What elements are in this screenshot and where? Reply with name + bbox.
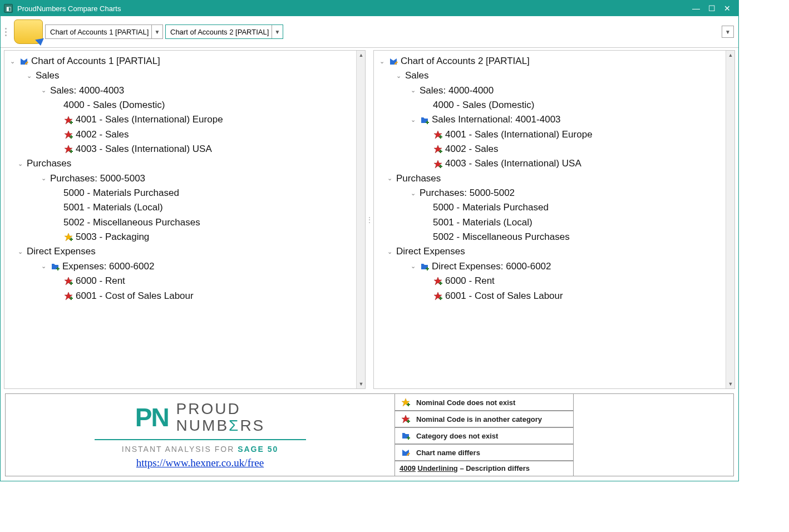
- scroll-down-icon[interactable]: ▼: [726, 380, 735, 388]
- right-tree[interactable]: ⌄Chart of Accounts 2 [PARTIAL] ⌄Sales ⌄S…: [374, 51, 734, 388]
- tree-item-label: 4002 - Sales: [445, 142, 498, 156]
- scrollbar[interactable]: ▲▼: [726, 51, 734, 388]
- app-icon: ◧: [4, 4, 13, 13]
- sigma-icon: Σ: [229, 417, 240, 434]
- expand-toggle[interactable]: ⌄: [16, 159, 24, 169]
- tree-category-label: Sales International: 4001-4003: [432, 112, 561, 127]
- tree-item-label: 6001 - Cost of Sales Labour: [445, 289, 563, 303]
- expand-toggle[interactable]: ⌄: [8, 57, 17, 66]
- chart2-combo[interactable]: Chart of Accounts 2 [PARTIAL] ▼: [165, 24, 283, 39]
- folder-plus-icon: [420, 115, 430, 125]
- expand-toggle[interactable]: ⌄: [385, 247, 394, 257]
- star-red-plus-icon: [433, 159, 443, 169]
- chart-pencil-icon: [400, 447, 412, 457]
- tree-category-label: Expenses: 6000-6002: [62, 259, 154, 274]
- tree-category-label: Direct Expenses: 6000-6002: [432, 259, 551, 274]
- brand-tagline: INSTANT ANALYSIS FOR SAGE 50: [122, 445, 279, 454]
- close-button[interactable]: ✕: [719, 3, 735, 14]
- legend-code: 4009: [400, 464, 416, 472]
- tree-root-label: Chart of Accounts 2 [PARTIAL]: [401, 54, 530, 68]
- tree-item-label: 5001 - Materials (Local): [63, 200, 163, 215]
- tree-root-label: Chart of Accounts 1 [PARTIAL]: [31, 54, 160, 68]
- tree-item-label: 4000 - Sales (Domestic): [63, 98, 165, 112]
- minimize-button[interactable]: —: [688, 3, 704, 14]
- legend-underline: Underlining: [418, 464, 458, 472]
- folder-plus-icon: [400, 431, 412, 441]
- expand-toggle[interactable]: ⌄: [408, 115, 417, 125]
- star-red-plus-icon: [433, 144, 443, 154]
- scroll-down-icon[interactable]: ▼: [357, 380, 366, 388]
- tree-group-label: Sales: [405, 68, 429, 83]
- expand-toggle[interactable]: ⌄: [24, 71, 33, 81]
- legend-row: Nominal Code is in another category: [394, 410, 574, 428]
- tree-item-label: 6001 - Cost of Sales Labour: [76, 289, 194, 303]
- tree-item-label: 5000 - Materials Purchased: [433, 200, 549, 215]
- star-red-plus-icon: [433, 276, 443, 286]
- expand-toggle[interactable]: ⌄: [394, 71, 403, 81]
- expand-toggle[interactable]: ⌄: [385, 174, 394, 183]
- left-tree[interactable]: ⌄Chart of Accounts 1 [PARTIAL] ⌄Sales ⌄S…: [4, 51, 365, 388]
- legend-row: 4009 Underlining – Description differs: [394, 460, 574, 476]
- star-red-plus-icon: [400, 414, 412, 424]
- tree-category-label: Purchases: 5000-5003: [50, 171, 145, 186]
- legend-text: Category does not exist: [416, 432, 498, 440]
- legend-text: Nominal Code does not exist: [416, 398, 515, 407]
- tree-item-label: 6000 - Rent: [445, 274, 495, 288]
- expand-toggle[interactable]: ⌄: [39, 262, 48, 271]
- expand-toggle[interactable]: ⌄: [377, 57, 386, 66]
- expand-toggle[interactable]: ⌄: [39, 174, 48, 183]
- tree-item-label: 5001 - Materials (Local): [433, 215, 532, 230]
- expand-toggle[interactable]: ⌄: [408, 189, 417, 198]
- legend-text: Nominal Code is in another category: [416, 415, 542, 423]
- tree-group-label: Purchases: [27, 156, 71, 171]
- scrollbar[interactable]: ▲▼: [356, 51, 365, 388]
- toolbar-overflow-button[interactable]: ▼: [722, 26, 734, 38]
- toolbar: Chart of Accounts 1 [PARTIAL] ▼ Chart of…: [1, 16, 738, 48]
- titlebar: ◧ ProudNumbers Compare Charts — ☐ ✕: [1, 1, 738, 16]
- chart2-combo-label: Chart of Accounts 2 [PARTIAL]: [166, 28, 272, 36]
- star-yellow-plus-icon: [63, 232, 73, 242]
- tree-item-label: 4002 - Sales: [76, 127, 129, 142]
- legend-text: Chart name differs: [416, 449, 480, 457]
- chart1-combo[interactable]: Chart of Accounts 1 [PARTIAL] ▼: [45, 24, 163, 39]
- folder-plus-icon: [50, 262, 60, 272]
- brand-link[interactable]: https://www.hexner.co.uk/free: [136, 457, 264, 469]
- expand-toggle[interactable]: ⌄: [408, 262, 417, 271]
- chevron-down-icon[interactable]: ▼: [272, 25, 283, 38]
- compare-panels: ⌄Chart of Accounts 1 [PARTIAL] ⌄Sales ⌄S…: [1, 48, 738, 391]
- tree-category-label: Purchases: 5000-5002: [420, 186, 515, 200]
- tree-item-label: 4003 - Sales (International) USA: [445, 156, 581, 171]
- tree-item-label: 5003 - Packaging: [76, 230, 149, 244]
- tree-item-label: 5002 - Miscellaneous Purchases: [433, 230, 570, 244]
- database-export-icon[interactable]: [14, 19, 43, 44]
- toolbar-grip-icon: [5, 21, 9, 43]
- maximize-button[interactable]: ☐: [704, 3, 719, 14]
- brand-word-top: PROUD: [176, 400, 241, 417]
- chevron-down-icon[interactable]: ▼: [151, 25, 162, 38]
- tree-group-label: Sales: [36, 68, 60, 83]
- brand-word-bottom-post: RS: [240, 417, 265, 434]
- expand-toggle[interactable]: ⌄: [16, 247, 24, 257]
- scroll-up-icon[interactable]: ▲: [357, 51, 366, 60]
- expand-toggle[interactable]: ⌄: [408, 86, 417, 95]
- chart1-combo-label: Chart of Accounts 1 [PARTIAL]: [46, 28, 151, 36]
- legend-row: Chart name differs: [394, 444, 574, 461]
- chart-pencil-icon: [388, 56, 398, 66]
- star-red-plus-icon: [63, 130, 73, 140]
- tree-item-label: 4001 - Sales (International) Europe: [76, 112, 223, 127]
- legend-panel: Nominal Code does not exist Nominal Code…: [395, 394, 573, 476]
- tree-item-label: 5000 - Materials Purchased: [63, 186, 179, 200]
- star-red-plus-icon: [63, 276, 73, 286]
- legend-row: Category does not exist: [394, 427, 574, 445]
- expand-toggle[interactable]: ⌄: [39, 86, 48, 95]
- window-title: ProudNumbers Compare Charts: [17, 4, 121, 13]
- left-tree-panel: ⌄Chart of Accounts 1 [PARTIAL] ⌄Sales ⌄S…: [4, 50, 366, 389]
- brand-logo: PN PROUD NUMBΣRS: [135, 401, 265, 434]
- right-tree-panel: ⌄Chart of Accounts 2 [PARTIAL] ⌄Sales ⌄S…: [373, 50, 735, 389]
- tree-item-label: 4000 - Sales (Domestic): [433, 98, 534, 112]
- scroll-up-icon[interactable]: ▲: [726, 51, 735, 60]
- tree-item-label: 4003 - Sales (International) USA: [76, 142, 212, 156]
- tree-item-label: 4001 - Sales (International) Europe: [445, 127, 593, 142]
- panel-divider[interactable]: ⋮: [368, 50, 371, 389]
- legend-row: Nominal Code does not exist: [394, 393, 574, 411]
